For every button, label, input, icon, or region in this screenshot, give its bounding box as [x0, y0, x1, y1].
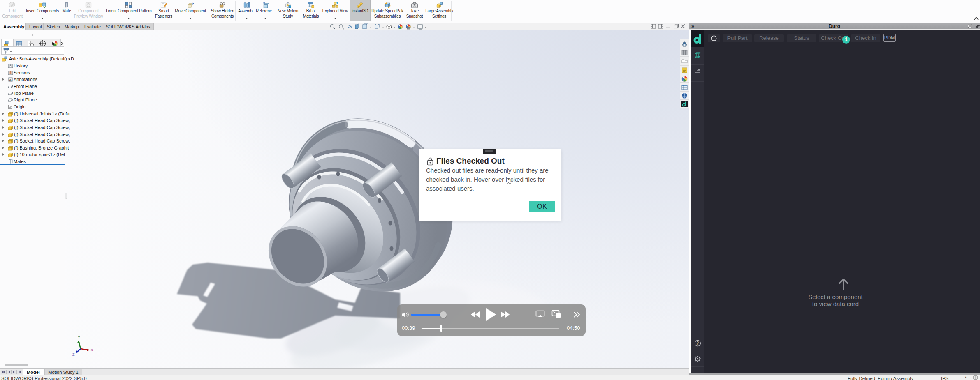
- svg-text:Y: Y: [78, 335, 80, 339]
- svg-text:X: X: [90, 348, 93, 352]
- svg-text:?: ?: [697, 341, 699, 345]
- svg-text:Z: Z: [72, 352, 75, 357]
- svg-text:A: A: [9, 78, 12, 82]
